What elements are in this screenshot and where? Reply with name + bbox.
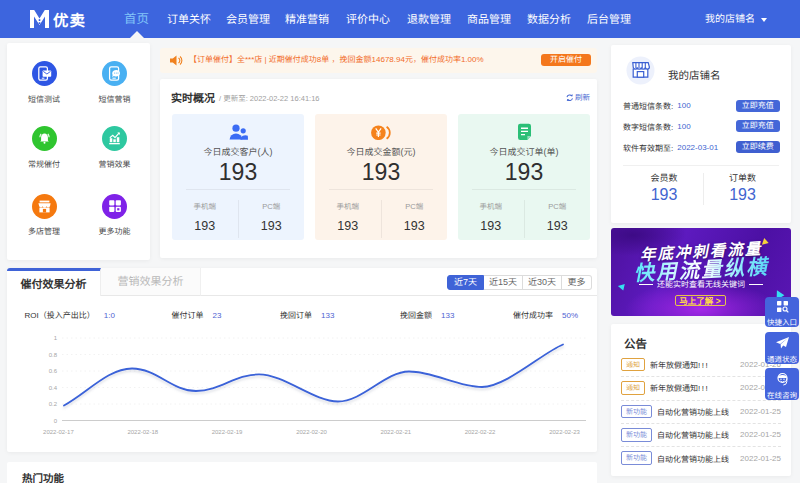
svg-text:2022-02-21: 2022-02-21 xyxy=(380,429,411,435)
svg-text:2022-02-23: 2022-02-23 xyxy=(549,429,580,435)
svg-text:0: 0 xyxy=(54,418,58,424)
svg-text:2022-02-22: 2022-02-22 xyxy=(465,429,496,435)
svg-text:2022-02-17: 2022-02-17 xyxy=(43,429,74,435)
svg-text:2022-02-18: 2022-02-18 xyxy=(127,429,158,435)
svg-text:2022-02-19: 2022-02-19 xyxy=(212,429,243,435)
svg-text:1: 1 xyxy=(54,335,58,341)
svg-text:2022-02-20: 2022-02-20 xyxy=(296,429,327,435)
svg-text:0.4: 0.4 xyxy=(49,385,58,391)
svg-text:0.8: 0.8 xyxy=(49,352,58,358)
svg-text:0.6: 0.6 xyxy=(49,368,58,374)
svg-text:0.2: 0.2 xyxy=(49,401,58,407)
